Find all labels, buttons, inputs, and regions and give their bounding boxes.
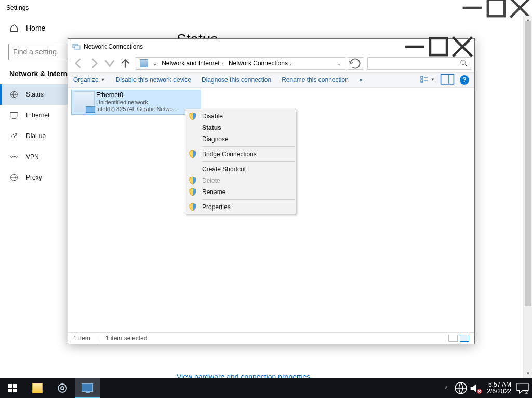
context-menu-diagnose[interactable]: Diagnose bbox=[185, 133, 296, 145]
status-divider bbox=[98, 335, 98, 342]
context-menu-label: Disable bbox=[202, 113, 223, 120]
nav-back-button[interactable] bbox=[71, 57, 86, 70]
scroll-down-icon[interactable]: ▼ bbox=[524, 369, 532, 378]
settings-titlebar: Settings bbox=[0, 0, 532, 16]
view-options-button[interactable]: ▼ bbox=[420, 75, 435, 85]
context-menu-label: Status bbox=[202, 124, 221, 131]
explorer-close-button[interactable] bbox=[450, 39, 474, 54]
svg-rect-31 bbox=[8, 389, 12, 392]
settings-home[interactable]: Home bbox=[0, 18, 177, 38]
cmd-disable-device[interactable]: Disable this network device bbox=[116, 76, 191, 84]
explorer-search-box[interactable] bbox=[367, 57, 471, 70]
help-button[interactable]: ? bbox=[460, 75, 469, 85]
sidebar-item-label: Dial-up bbox=[26, 132, 46, 140]
tray-volume-icon[interactable] bbox=[468, 378, 483, 398]
address-bar[interactable]: « Network and Internet› Network Connecti… bbox=[136, 57, 345, 70]
clock-date: 2/6/2022 bbox=[487, 388, 511, 395]
adapter-name: Ethernet0 bbox=[96, 91, 178, 99]
context-menu-label: Create Shortcut bbox=[202, 166, 246, 173]
context-menu-bridge-connections[interactable]: Bridge Connections bbox=[185, 148, 296, 160]
svg-point-21 bbox=[461, 60, 466, 65]
taskbar-clock[interactable]: 5:57 AM 2/6/2022 bbox=[483, 381, 515, 395]
explorer-titlebar[interactable]: Network Connections bbox=[68, 39, 474, 54]
proxy-icon bbox=[9, 173, 19, 182]
refresh-button[interactable] bbox=[348, 57, 363, 70]
explorer-search-input[interactable] bbox=[370, 60, 459, 67]
breadcrumb-item[interactable]: Network and Internet› bbox=[159, 58, 226, 69]
nav-recent-dropdown[interactable] bbox=[102, 57, 117, 70]
ethernet-icon bbox=[9, 111, 19, 120]
scroll-thumb[interactable] bbox=[525, 21, 531, 306]
breadcrumb-label: Network Connections bbox=[229, 60, 288, 67]
network-adapter-item[interactable]: Ethernet0 Unidentified network Intel(R) … bbox=[71, 90, 201, 115]
adapter-icon bbox=[74, 91, 95, 112]
settings-scrollbar[interactable]: ▲ ▼ bbox=[523, 16, 532, 378]
taskbar-file-explorer[interactable] bbox=[25, 378, 50, 398]
breadcrumb-overflow[interactable]: « bbox=[151, 58, 159, 69]
nav-forward-button[interactable] bbox=[87, 57, 101, 70]
explorer-title: Network Connections bbox=[84, 43, 143, 50]
view-details-button[interactable] bbox=[448, 335, 458, 342]
address-dropdown[interactable]: ⌄ bbox=[335, 58, 344, 69]
taskbar-settings[interactable] bbox=[50, 378, 75, 398]
context-menu-disable[interactable]: Disable bbox=[185, 111, 296, 122]
status-icon bbox=[9, 90, 19, 99]
start-button[interactable] bbox=[0, 378, 25, 398]
uac-shield-icon bbox=[189, 150, 197, 158]
preview-pane-button[interactable] bbox=[440, 73, 455, 87]
explorer-command-bar: Organize▼ Disable this network device Di… bbox=[68, 72, 474, 88]
nav-up-button[interactable] bbox=[118, 57, 132, 70]
context-menu-create-shortcut[interactable]: Create Shortcut bbox=[185, 163, 296, 175]
svg-rect-23 bbox=[421, 76, 423, 78]
settings-maximize-button[interactable] bbox=[484, 0, 508, 16]
explorer-maximize-button[interactable] bbox=[427, 39, 450, 54]
svg-point-12 bbox=[14, 156, 15, 157]
chevron-right-icon[interactable]: › bbox=[290, 61, 291, 66]
settings-title: Settings bbox=[6, 4, 29, 11]
adapter-device: Intel(R) 82574L Gigabit Netwo... bbox=[96, 106, 178, 112]
tray-overflow[interactable]: ＾ bbox=[439, 378, 454, 398]
chevron-down-icon: ⌄ bbox=[337, 61, 341, 66]
explorer-statusbar: 1 item 1 item selected bbox=[68, 332, 474, 344]
context-menu-separator bbox=[202, 161, 295, 162]
taskbar-control-panel[interactable] bbox=[75, 378, 100, 398]
clock-time: 5:57 AM bbox=[488, 381, 511, 388]
svg-rect-7 bbox=[10, 113, 18, 117]
context-menu-status[interactable]: Status bbox=[185, 122, 296, 133]
view-tiles-button[interactable] bbox=[460, 335, 469, 342]
uac-shield-icon bbox=[189, 188, 197, 196]
folder-icon bbox=[32, 383, 43, 393]
explorer-minimize-button[interactable] bbox=[403, 39, 427, 54]
chevron-right-icon[interactable]: › bbox=[222, 61, 223, 66]
organize-menu[interactable]: Organize▼ bbox=[73, 76, 105, 84]
cmd-diagnose[interactable]: Diagnose this connection bbox=[202, 76, 271, 84]
uac-shield-icon bbox=[189, 112, 197, 120]
tray-network-icon[interactable] bbox=[454, 378, 468, 398]
breadcrumb-item[interactable]: Network Connections› bbox=[226, 58, 294, 69]
taskbar: ＾ 5:57 AM 2/6/2022 2 bbox=[0, 378, 532, 398]
adapter-status: Unidentified network bbox=[96, 99, 178, 105]
svg-rect-30 bbox=[13, 384, 17, 388]
dialup-icon bbox=[9, 131, 19, 141]
context-menu-rename[interactable]: Rename bbox=[185, 186, 296, 198]
cmd-overflow[interactable]: » bbox=[359, 76, 363, 84]
uac-shield-icon bbox=[189, 203, 197, 211]
sidebar-item-label: Ethernet bbox=[26, 112, 49, 119]
status-selected-count: 1 item selected bbox=[105, 335, 148, 342]
search-icon[interactable] bbox=[459, 59, 469, 68]
vpn-icon bbox=[9, 152, 19, 161]
settings-close-button[interactable] bbox=[508, 0, 532, 16]
breadcrumb-label: Network and Internet bbox=[162, 60, 219, 67]
network-connections-icon bbox=[72, 43, 81, 51]
cmd-rename[interactable]: Rename this connection bbox=[282, 76, 349, 84]
svg-rect-24 bbox=[421, 80, 423, 82]
settings-minimize-button[interactable] bbox=[460, 0, 484, 16]
chevron-down-icon: ▼ bbox=[101, 77, 105, 83]
action-center-button[interactable]: 2 bbox=[515, 378, 530, 398]
settings-home-label: Home bbox=[26, 24, 45, 32]
context-menu-properties[interactable]: Properties bbox=[185, 201, 296, 213]
context-menu-label: Properties bbox=[202, 203, 231, 211]
context-menu-label: Bridge Connections bbox=[202, 150, 257, 158]
sidebar-item-label: Proxy bbox=[26, 174, 42, 181]
svg-rect-29 bbox=[8, 384, 12, 388]
